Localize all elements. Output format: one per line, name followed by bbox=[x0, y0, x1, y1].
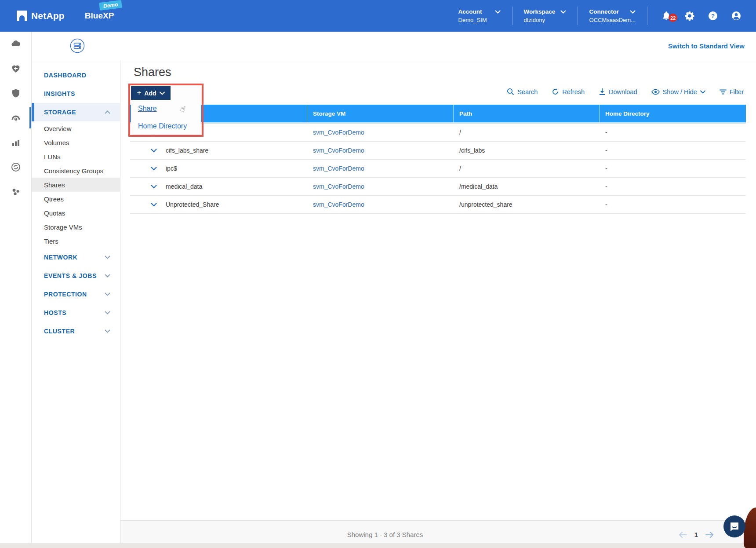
settings-button[interactable] bbox=[684, 10, 695, 22]
storage-vm-link[interactable]: svm_CvoForDemo bbox=[313, 165, 364, 172]
add-menu-item-share[interactable]: Share bbox=[138, 105, 157, 113]
table-row: ipc$ svm_CvoForDemo / - bbox=[130, 160, 746, 178]
sidebar-item-cluster[interactable]: CLUSTER bbox=[32, 322, 120, 340]
sidebar-label: Tiers bbox=[44, 237, 58, 245]
sidebar-item-consistency-groups[interactable]: Consistency Groups bbox=[32, 164, 120, 178]
page-number[interactable]: 1 bbox=[694, 531, 698, 538]
chevron-down-icon bbox=[160, 91, 165, 95]
table-body: svm_CvoForDemo / - cifs_labs_share svm_C… bbox=[130, 124, 746, 214]
canvas-cloud-icon[interactable] bbox=[11, 39, 21, 49]
row-expand-chevron-icon[interactable] bbox=[151, 167, 157, 171]
help-button[interactable]: ? bbox=[707, 10, 719, 22]
workspace-menu[interactable]: Workspace dtzidony bbox=[512, 8, 578, 23]
add-button[interactable]: + Add bbox=[131, 86, 171, 100]
sidebar-label: Overview bbox=[44, 125, 72, 132]
sidebar-item-events-jobs[interactable]: EVENTS & JOBS bbox=[32, 267, 120, 285]
sidebar-item-tiers[interactable]: Tiers bbox=[32, 234, 120, 248]
sidebar-item-quotas[interactable]: Quotas bbox=[32, 206, 120, 220]
sync-icon[interactable] bbox=[11, 162, 21, 172]
sidebar-item-dashboard[interactable]: DASHBOARD bbox=[32, 66, 120, 84]
previous-page-arrow-icon[interactable] bbox=[679, 532, 687, 538]
chevron-down-icon bbox=[700, 90, 705, 94]
sidebar-label: Qtrees bbox=[44, 195, 64, 203]
storage-vm-link[interactable]: svm_CvoForDemo bbox=[313, 147, 364, 154]
add-dropdown-panel: + Add Share Home Directory ☝ bbox=[131, 86, 201, 134]
table-row: Unprotected_Share svm_CvoForDemo /unprot… bbox=[130, 196, 746, 214]
switch-to-standard-view-link[interactable]: Switch to Standard View bbox=[668, 32, 745, 60]
search-button[interactable]: Search bbox=[507, 88, 538, 95]
refresh-icon bbox=[552, 88, 559, 95]
storage-dome-icon[interactable] bbox=[11, 113, 21, 123]
chat-icon bbox=[729, 521, 740, 532]
table-header-row: Storage VM Path Home Directory bbox=[130, 105, 746, 122]
sidebar-item-protection[interactable]: PROTECTION bbox=[32, 285, 120, 303]
svg-text:?: ? bbox=[711, 13, 715, 19]
filter-icon bbox=[720, 89, 727, 95]
download-icon bbox=[599, 88, 606, 95]
sidebar-label: CLUSTER bbox=[44, 328, 75, 335]
sidebar-item-hosts[interactable]: HOSTS bbox=[32, 303, 120, 322]
table-row: svm_CvoForDemo / - bbox=[130, 124, 746, 142]
chevron-up-icon bbox=[105, 110, 110, 114]
brand-name: NetApp bbox=[31, 11, 65, 21]
main-content: Shares Search Refresh Download bbox=[120, 60, 756, 548]
share-path: /cifs_labs bbox=[459, 147, 485, 154]
connector-menu[interactable]: Connector OCCMsaasDem... bbox=[578, 8, 647, 23]
user-account-button[interactable] bbox=[731, 10, 742, 22]
eye-icon bbox=[651, 89, 660, 95]
sidebar-item-storage[interactable]: STORAGE bbox=[32, 103, 120, 121]
sidebar-item-storage-vms[interactable]: Storage VMs bbox=[32, 220, 120, 234]
sidebar-item-overview[interactable]: Overview bbox=[32, 121, 120, 135]
storage-vm-link[interactable]: svm_CvoForDemo bbox=[313, 129, 364, 136]
sidebar-label: Volumes bbox=[44, 139, 69, 146]
protection-shield-icon[interactable] bbox=[11, 88, 21, 99]
nav-sidebar: DASHBOARD INSIGHTS STORAGE Overview Volu… bbox=[32, 60, 120, 543]
health-heart-icon[interactable] bbox=[11, 63, 21, 74]
chevron-down-icon bbox=[560, 10, 566, 14]
column-header-home-directory[interactable]: Home Directory bbox=[600, 105, 746, 122]
chevron-down-icon bbox=[105, 292, 110, 296]
shares-service-icon bbox=[70, 38, 85, 53]
next-page-arrow-icon[interactable] bbox=[705, 532, 714, 538]
sidebar-item-insights[interactable]: INSIGHTS bbox=[32, 84, 120, 103]
share-name: Unprotected_Share bbox=[166, 201, 219, 208]
sidebar-item-shares[interactable]: Shares bbox=[32, 178, 120, 192]
row-expand-chevron-icon[interactable] bbox=[151, 149, 157, 153]
sidebar-label: Quotas bbox=[44, 209, 65, 217]
extensions-dots-icon[interactable] bbox=[11, 186, 21, 197]
notifications-button[interactable]: 22 bbox=[661, 10, 672, 22]
sidebar-label: HOSTS bbox=[44, 309, 66, 316]
account-label: Account bbox=[458, 8, 482, 15]
column-header-path[interactable]: Path bbox=[454, 105, 600, 122]
account-value: Demo_SIM bbox=[458, 17, 501, 23]
sidebar-label: NETWORK bbox=[44, 254, 78, 261]
storage-vm-link[interactable]: svm_CvoForDemo bbox=[313, 201, 364, 208]
table-toolbar: Search Refresh Download Show / Hide bbox=[507, 88, 744, 95]
bottom-edge-strip bbox=[0, 543, 756, 548]
sidebar-label: Consistency Groups bbox=[44, 167, 103, 175]
sidebar-item-qtrees[interactable]: Qtrees bbox=[32, 192, 120, 206]
sidebar-label: EVENTS & JOBS bbox=[44, 272, 97, 279]
chevron-down-icon bbox=[495, 10, 501, 14]
account-menu[interactable]: Account Demo_SIM bbox=[447, 8, 512, 23]
analytics-bars-icon[interactable] bbox=[11, 137, 21, 148]
filter-button[interactable]: Filter bbox=[720, 88, 744, 95]
chat-support-button[interactable] bbox=[723, 515, 745, 537]
person-icon bbox=[731, 11, 741, 21]
share-name: ipc$ bbox=[166, 165, 177, 172]
sidebar-label: DASHBOARD bbox=[44, 72, 86, 79]
sidebar-item-luns[interactable]: LUNs bbox=[32, 150, 120, 164]
column-header-storage-vm[interactable]: Storage VM bbox=[307, 105, 454, 122]
add-menu-item-home-directory[interactable]: Home Directory bbox=[138, 122, 187, 130]
row-expand-chevron-icon[interactable] bbox=[151, 203, 157, 207]
home-directory-value: - bbox=[605, 147, 607, 154]
top-icon-group: 22 ? bbox=[661, 10, 742, 22]
download-button[interactable]: Download bbox=[599, 88, 637, 95]
sidebar-item-network[interactable]: NETWORK bbox=[32, 248, 120, 267]
sidebar-item-volumes[interactable]: Volumes bbox=[32, 135, 120, 150]
show-hide-button[interactable]: Show / Hide bbox=[651, 88, 705, 95]
row-expand-chevron-icon[interactable] bbox=[151, 185, 157, 189]
sidebar-label: LUNs bbox=[44, 153, 61, 161]
refresh-button[interactable]: Refresh bbox=[552, 88, 585, 95]
storage-vm-link[interactable]: svm_CvoForDemo bbox=[313, 183, 364, 190]
